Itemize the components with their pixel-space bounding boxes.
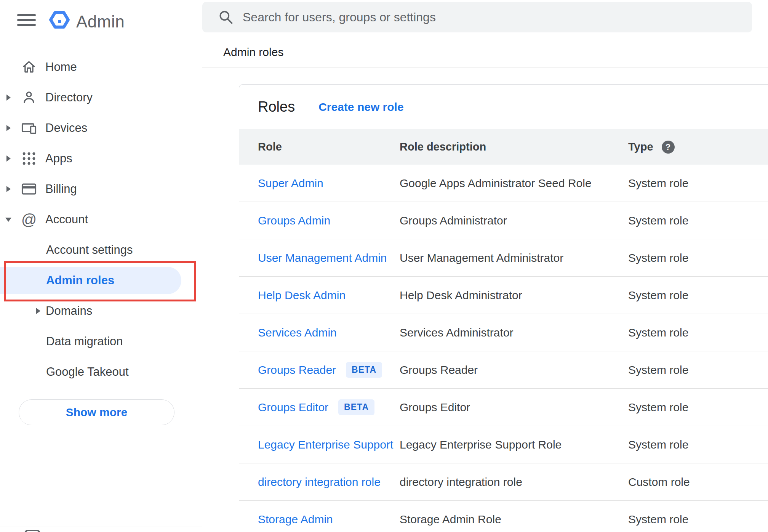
table-header: Role Role description Type ?	[239, 129, 768, 165]
table-row[interactable]: Groups Admin Groups Administrator System…	[239, 202, 768, 239]
sidebar-item-label: Account settings	[46, 243, 133, 257]
sidebar-header: Admin	[0, 0, 202, 52]
role-cell: Groups Reader BETA	[258, 362, 400, 378]
role-cell: User Management Admin	[258, 252, 400, 264]
role-description: Storage Admin Role	[400, 513, 628, 526]
sidebar-item-apps[interactable]: Apps	[0, 143, 202, 174]
role-type: System role	[628, 513, 768, 526]
role-cell: Groups Editor BETA	[258, 399, 400, 415]
sidebar-item-account[interactable]: @ Account	[0, 204, 202, 235]
sidebar-item-home[interactable]: Home	[0, 52, 202, 82]
sidebar-item-domains[interactable]: Domains	[0, 296, 202, 326]
sidebar-nav: Home Directory Devices	[0, 52, 202, 425]
role-type: System role	[628, 364, 768, 377]
menu-icon[interactable]	[17, 11, 36, 28]
show-more-button[interactable]: Show more	[19, 399, 174, 425]
admin-logo-icon	[49, 11, 70, 30]
role-link[interactable]: Services Admin	[258, 326, 337, 339]
menu-bar	[17, 19, 36, 21]
sidebar-bottom-divider	[0, 527, 202, 527]
table-row[interactable]: User Management Admin User Management Ad…	[239, 239, 768, 277]
expand-arrow-icon[interactable]	[36, 308, 40, 314]
card-title: Roles	[258, 99, 295, 115]
search-bar[interactable]	[202, 2, 752, 32]
role-link[interactable]: Groups Admin	[258, 214, 330, 227]
sidebar-item-google-takeout[interactable]: Google Takeout	[0, 357, 202, 387]
expand-arrow-icon[interactable]	[0, 95, 17, 101]
role-description: User Management Administrator	[400, 252, 628, 264]
home-icon	[20, 58, 38, 76]
role-description: Groups Administrator	[400, 214, 628, 227]
sidebar-item-billing[interactable]: Billing	[0, 174, 202, 204]
bottom-panel-icon	[24, 530, 40, 532]
sidebar-item-admin-roles[interactable]: Admin roles	[0, 265, 202, 296]
table-row[interactable]: Help Desk Admin Help Desk Administrator …	[239, 277, 768, 314]
sidebar-item-label: Admin roles	[46, 274, 114, 287]
role-description: Help Desk Administrator	[400, 289, 628, 302]
sidebar-item-label: Google Takeout	[46, 365, 129, 379]
role-link[interactable]: Super Admin	[258, 177, 323, 190]
role-description: Groups Reader	[400, 364, 628, 377]
column-header-type: Type ?	[628, 141, 768, 154]
table-row[interactable]: Super Admin Google Apps Administrator Se…	[239, 165, 768, 202]
role-type: System role	[628, 177, 768, 190]
sidebar: Admin Home Directory Devices	[0, 0, 202, 532]
menu-bar	[17, 14, 36, 16]
role-cell: Legacy Enterprise Support	[258, 438, 400, 451]
sidebar-item-data-migration[interactable]: Data migration	[0, 326, 202, 357]
role-link[interactable]: Groups Reader	[258, 364, 336, 377]
sidebar-item-label: Home	[45, 60, 77, 74]
table-row[interactable]: directory integration role directory int…	[239, 463, 768, 501]
breadcrumb: Admin roles	[223, 46, 283, 59]
sidebar-item-directory[interactable]: Directory	[0, 82, 202, 113]
at-sign-icon: @	[20, 211, 38, 228]
role-type: System role	[628, 438, 768, 451]
app-title: Admin	[76, 12, 125, 31]
role-cell: Storage Admin	[258, 513, 400, 526]
sidebar-item-label: Domains	[46, 304, 92, 318]
role-link[interactable]: User Management Admin	[258, 252, 387, 264]
column-header-type-label: Type	[628, 141, 653, 153]
sidebar-item-account-settings[interactable]: Account settings	[0, 235, 202, 265]
role-description: Services Administrator	[400, 326, 628, 339]
role-type: System role	[628, 214, 768, 227]
table-row[interactable]: Storage Admin Storage Admin Role System …	[239, 501, 768, 532]
expand-arrow-icon[interactable]	[0, 155, 17, 162]
sidebar-item-label: Directory	[45, 91, 93, 104]
create-new-role-link[interactable]: Create new role	[318, 101, 403, 114]
table-row[interactable]: Services Admin Services Administrator Sy…	[239, 314, 768, 351]
role-link[interactable]: Storage Admin	[258, 513, 333, 526]
column-header-role: Role	[258, 141, 400, 153]
role-cell: directory integration role	[258, 476, 400, 489]
devices-icon	[20, 119, 38, 137]
role-link[interactable]: Legacy Enterprise Support	[258, 438, 393, 451]
menu-bar	[17, 24, 36, 26]
search-icon[interactable]	[218, 9, 234, 26]
role-link[interactable]: directory integration role	[258, 476, 381, 489]
role-type: Custom role	[628, 476, 768, 489]
role-cell: Super Admin	[258, 177, 400, 190]
role-type: System role	[628, 252, 768, 264]
role-description: Groups Editor	[400, 401, 628, 414]
table-row[interactable]: Groups Reader BETA Groups Reader System …	[239, 351, 768, 389]
table-row[interactable]: Groups Editor BETA Groups Editor System …	[239, 389, 768, 426]
sidebar-item-label: Devices	[45, 121, 87, 135]
role-description: directory integration role	[400, 476, 628, 489]
expand-arrow-icon[interactable]	[0, 125, 17, 131]
column-header-description: Role description	[400, 141, 628, 153]
role-cell: Services Admin	[258, 326, 400, 339]
collapse-arrow-icon[interactable]	[0, 218, 17, 222]
content-divider	[202, 67, 768, 67]
role-link[interactable]: Help Desk Admin	[258, 289, 346, 302]
help-icon[interactable]: ?	[662, 141, 675, 154]
expand-arrow-icon[interactable]	[0, 186, 17, 192]
role-link[interactable]: Groups Editor	[258, 401, 328, 414]
role-type: System role	[628, 326, 768, 339]
sidebar-item-devices[interactable]: Devices	[0, 113, 202, 143]
table-row[interactable]: Legacy Enterprise Support Legacy Enterpr…	[239, 426, 768, 463]
search-input[interactable]	[243, 10, 737, 24]
role-cell: Groups Admin	[258, 214, 400, 227]
role-description: Legacy Enterprise Support Role	[400, 438, 628, 451]
role-description: Google Apps Administrator Seed Role	[400, 177, 628, 190]
role-type: System role	[628, 401, 768, 414]
